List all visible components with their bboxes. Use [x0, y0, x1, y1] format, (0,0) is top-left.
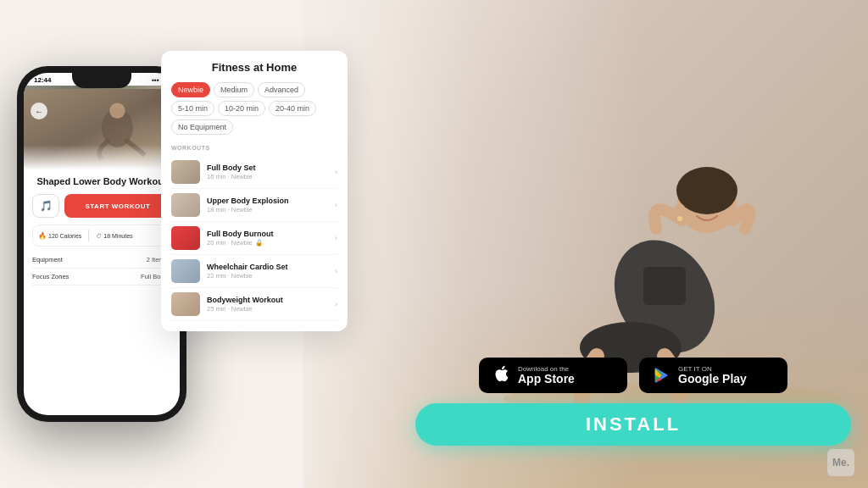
- workout-info: Bodyweight Workout25 min · Newbie: [207, 296, 328, 313]
- workout-item[interactable]: Upper Body Explosion18 min · Newbie›: [171, 189, 337, 222]
- clock-icon: ⏱: [96, 233, 102, 239]
- workout-info: Full Body Set16 min · Newbie: [207, 164, 328, 180]
- app-store-main: App Store: [518, 373, 575, 385]
- workout-chevron: ›: [335, 201, 337, 209]
- me-logo: Me.: [827, 449, 854, 476]
- filter-tab-newbie[interactable]: Newbie: [171, 82, 210, 97]
- phone-music-button[interactable]: 🎵: [32, 194, 59, 218]
- phone-workout-image: ←: [24, 86, 180, 170]
- fire-icon: 🔥: [38, 232, 47, 240]
- workout-item[interactable]: Full Body Burnout20 min · Newbie 🔒›: [171, 222, 337, 255]
- filter-tabs: NewbieMediumAdvanced5-10 min10-20 min20-…: [171, 82, 337, 135]
- filter-tab-advanced[interactable]: Advanced: [258, 82, 305, 97]
- workout-item[interactable]: Full Body Set16 min · Newbie›: [171, 156, 337, 189]
- lock-icon: 🔒: [255, 239, 263, 247]
- workout-info: Upper Body Explosion18 min · Newbie: [207, 197, 328, 214]
- app-store-text: Download on the App Store: [518, 365, 575, 385]
- workout-meta: 16 min · Newbie: [207, 173, 328, 180]
- workout-meta: 20 min · Newbie 🔒: [207, 239, 328, 247]
- phone-action-buttons: 🎵 START WORKOUT: [32, 194, 171, 218]
- phone-focus-row[interactable]: Focus Zones Full Body ›: [32, 269, 171, 286]
- app-screen: Fitness at Home NewbieMediumAdvanced5-10…: [161, 51, 348, 331]
- store-buttons: Download on the App Store GET IT ON Goog…: [479, 358, 787, 393]
- google-play-text: GET IT ON Google Play: [678, 365, 747, 385]
- workout-thumbnail: [171, 160, 200, 184]
- workout-name: Wheelchair Cardio Set: [207, 263, 328, 271]
- workout-thumbnail: [171, 259, 200, 283]
- workout-thumbnail: [171, 292, 200, 316]
- workout-meta: 25 min · Newbie: [207, 305, 328, 313]
- install-button[interactable]: INSTALL: [415, 403, 851, 446]
- app-screen-title: Fitness at Home: [171, 61, 337, 74]
- apple-icon: [492, 364, 511, 386]
- workout-name: Full Body Burnout: [207, 230, 328, 238]
- cta-area: Download on the App Store GET IT ON Goog…: [415, 358, 851, 446]
- workouts-section-label: WORKOUTS: [171, 145, 337, 151]
- workout-thumbnail: [171, 193, 200, 217]
- workout-name: Full Body Set: [207, 164, 328, 172]
- filter-tab-medium[interactable]: Medium: [214, 82, 254, 97]
- focus-label: Focus Zones: [32, 273, 69, 280]
- workout-name: Bodyweight Workout: [207, 296, 328, 304]
- stat-divider: [88, 230, 89, 241]
- filter-tab-10-20-min[interactable]: 10-20 min: [218, 101, 265, 116]
- google-play-icon: [653, 366, 671, 385]
- workout-item[interactable]: Bodyweight Workout25 min · Newbie›: [171, 288, 337, 321]
- workout-item[interactable]: Wheelchair Cardio Set22 min · Newbie›: [171, 255, 337, 288]
- filter-tab-no-equipment[interactable]: No Equipment: [171, 119, 233, 135]
- phone-notch: [72, 73, 131, 88]
- phone-calories-stat: 🔥 120 Calories: [38, 230, 81, 241]
- phone-stats-row: 🔥 120 Calories ⏱ 18 Minutes: [32, 225, 171, 247]
- phone-content: Shaped Lower Body Workout 🎵 START WORKOU…: [24, 170, 180, 291]
- workout-chevron: ›: [335, 168, 337, 176]
- workout-chevron: ›: [335, 267, 337, 275]
- phone-inner: 12:44 ▪▪▪ 🔋 ←: [24, 73, 180, 415]
- workout-name: Upper Body Explosion: [207, 197, 328, 205]
- app-store-button[interactable]: Download on the App Store: [479, 358, 627, 393]
- filter-tab-20-40-min[interactable]: 20-40 min: [269, 101, 316, 116]
- filter-tab-5-10-min[interactable]: 5-10 min: [171, 101, 214, 116]
- phone-start-workout-button[interactable]: START WORKOUT: [64, 194, 171, 218]
- workout-thumbnail: [171, 226, 200, 250]
- workout-meta: 22 min · Newbie: [207, 272, 328, 280]
- equipment-label: Equipment: [32, 256, 63, 263]
- phone-equipment-row[interactable]: Equipment 2 Items ›: [32, 252, 171, 269]
- svg-point-10: [109, 103, 125, 119]
- workout-meta: 18 min · Newbie: [207, 206, 328, 214]
- workout-info: Wheelchair Cardio Set22 min · Newbie: [207, 263, 328, 280]
- workout-list: Full Body Set16 min · Newbie›Upper Body …: [171, 156, 337, 321]
- workout-info: Full Body Burnout20 min · Newbie 🔒: [207, 230, 328, 247]
- phone-time: 12:44: [34, 76, 51, 84]
- google-play-main: Google Play: [678, 373, 747, 385]
- workout-chevron: ›: [335, 234, 337, 242]
- workout-chevron: ›: [335, 300, 337, 308]
- phone-workout-title: Shaped Lower Body Workout: [32, 175, 171, 187]
- phone-back-button[interactable]: ←: [31, 103, 47, 119]
- google-play-button[interactable]: GET IT ON Google Play: [639, 358, 787, 393]
- phone-minutes-stat: ⏱ 18 Minutes: [96, 230, 132, 241]
